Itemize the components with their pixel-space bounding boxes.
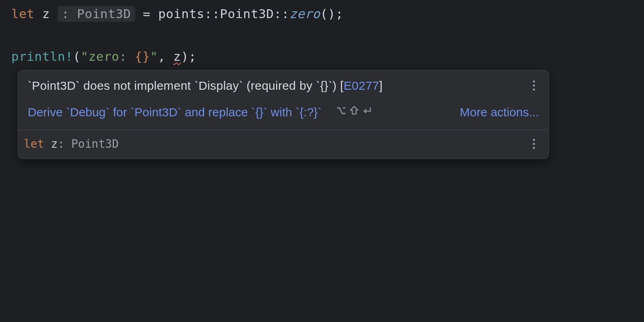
shortcut-hint xyxy=(336,105,373,116)
method-zero: zero xyxy=(289,6,320,21)
more-actions-link[interactable]: More actions... xyxy=(460,104,539,121)
punct-eq: = xyxy=(135,6,159,21)
blank-line xyxy=(11,23,644,48)
string-literal-a: "zero: xyxy=(80,49,134,64)
return-key-icon xyxy=(361,105,373,116)
format-placeholder: {} xyxy=(135,49,150,64)
macro-println: println! xyxy=(11,49,73,64)
module-path: points xyxy=(158,6,204,21)
kebab-menu-icon-2[interactable] xyxy=(528,137,539,151)
paren-close: ); xyxy=(181,49,196,64)
variable-z-decl: z xyxy=(42,6,50,21)
code-editor[interactable]: let z : Point3D = points::Point3D::zero(… xyxy=(0,0,644,159)
popup-upper: `Point3D` does not implement `Display` (… xyxy=(18,70,549,130)
code-line-1[interactable]: let z : Point3D = points::Point3D::zero(… xyxy=(11,6,644,23)
path-sep-1: :: xyxy=(204,6,220,21)
error-code-link[interactable]: E0277 xyxy=(344,79,379,92)
shift-key-icon xyxy=(349,105,360,116)
popup-fix-row: Derive `Debug` for `Point3D` and replace… xyxy=(28,104,539,121)
error-message: `Point3D` does not implement `Display` (… xyxy=(28,78,383,94)
code-line-2[interactable]: println!("zero: {}", z); xyxy=(11,48,644,65)
quick-fix-link[interactable]: Derive `Debug` for `Point3D` and replace… xyxy=(28,105,322,119)
option-key-icon xyxy=(336,105,347,116)
arg-z-error[interactable]: z xyxy=(173,49,181,64)
popup-error-row: `Point3D` does not implement `Display` (… xyxy=(28,78,539,94)
path-sep-2: :: xyxy=(274,6,289,21)
punct-call-end: (); xyxy=(320,6,343,21)
type-signature: let z: Point3D xyxy=(24,136,119,152)
string-literal-b: " xyxy=(150,49,158,64)
fix-row-left: Derive `Debug` for `Point3D` and replace… xyxy=(28,104,373,121)
comma: , xyxy=(158,49,173,64)
type-name: Point3D xyxy=(220,6,274,21)
popup-signature-row: let z: Point3D xyxy=(18,130,549,159)
paren-open: ( xyxy=(73,49,80,64)
error-text-post: ] xyxy=(379,79,383,92)
diagnostic-popup: `Point3D` does not implement `Display` (… xyxy=(18,70,549,159)
error-text-pre: `Point3D` does not implement `Display` (… xyxy=(28,79,344,92)
sig-var: z xyxy=(51,137,58,151)
sig-type: : Point3D xyxy=(58,137,119,151)
inlay-type-hint: : Point3D xyxy=(58,6,135,22)
kebab-menu-icon[interactable] xyxy=(528,79,539,92)
keyword-let: let xyxy=(11,6,35,21)
sig-keyword: let xyxy=(24,137,51,151)
